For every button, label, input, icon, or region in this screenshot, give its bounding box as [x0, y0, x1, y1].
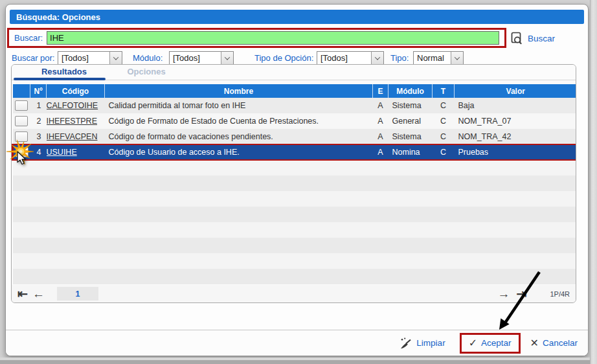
table-header-row: Nº Código Nombre E Módulo T Valor — [13, 84, 577, 98]
broom-icon — [400, 337, 412, 350]
aceptar-button[interactable]: ✓ Aceptar — [469, 338, 512, 348]
results-tbody: 1CALFOTOIHECalidad permitida al tomar fo… — [13, 98, 577, 284]
close-icon: ✕ — [530, 338, 539, 348]
row-checkbox[interactable] — [15, 131, 28, 142]
filter-modulo-select[interactable]: [Todos] — [169, 51, 234, 65]
row-checkbox[interactable] — [15, 116, 28, 126]
row-cell-nombre: Código de Usuario de acceso a IHE. — [105, 144, 373, 160]
filter-buscar-por-select[interactable]: [Todos] — [58, 51, 122, 65]
next-page-icon[interactable]: → — [498, 288, 510, 300]
row-cell-nombre: Código de formato de vacaciones pendient… — [105, 129, 373, 144]
chevron-down-icon — [109, 52, 122, 64]
row-code-link[interactable]: IHEFVACPEN — [47, 132, 98, 141]
cancelar-label: Cancelar — [543, 338, 578, 348]
row-code-link[interactable]: CALFOTOIHE — [47, 101, 98, 110]
col-header-check[interactable] — [13, 84, 30, 98]
tab-resultados[interactable]: Resultados — [22, 67, 106, 76]
row-checkbox[interactable] — [15, 100, 28, 111]
table-row[interactable]: 1CALFOTOIHECalidad permitida al tomar fo… — [13, 98, 577, 113]
empty-row — [13, 238, 577, 253]
search-button-label: Buscar — [528, 34, 555, 43]
row-cell-e: A — [373, 113, 389, 129]
screen: { "window": { "title": "Búsqueda: Opcion… — [0, 0, 597, 364]
underlying-page-scrollbar[interactable] — [590, 0, 597, 364]
col-header-numero[interactable]: Nº — [30, 84, 47, 98]
row-checkbox[interactable] — [16, 147, 28, 157]
empty-row — [13, 222, 577, 238]
search-input[interactable] — [47, 31, 499, 45]
results-panel: Resultados Opciones Nº Código Nombre E M… — [11, 64, 576, 303]
pagination-summary: 1P/4R — [550, 290, 570, 298]
row-cell-valor: NOM_TRA_42 — [455, 129, 577, 144]
row-cell-modulo: Nomina — [389, 144, 433, 160]
table-row[interactable]: 3IHEFVACPENCódigo de formato de vacacion… — [13, 129, 577, 144]
chevron-down-icon — [451, 52, 463, 64]
check-icon: ✓ — [469, 338, 477, 348]
empty-row — [13, 191, 577, 207]
dialog-title: Búsqueda: Opciones — [16, 12, 100, 22]
col-header-modulo[interactable]: Módulo — [389, 84, 433, 98]
aceptar-label: Aceptar — [481, 338, 512, 348]
results-table: Nº Código Nombre E Módulo T Valor 1CALFO… — [12, 84, 576, 284]
filter-tipo-value: Normal — [414, 53, 451, 63]
filter-modulo-value: [Todos] — [170, 53, 221, 63]
col-header-e[interactable]: E — [373, 84, 389, 98]
empty-row — [13, 160, 577, 176]
filter-tipo-opcion-select[interactable]: [Todos] — [317, 51, 384, 65]
dialog-footer: Limpiar ✓ Aceptar ✕ Cancelar — [6, 330, 588, 356]
table-row[interactable]: 4USUIHECódigo de Usuario de acceso a IHE… — [13, 144, 577, 160]
tab-strip: Resultados Opciones — [12, 65, 576, 80]
dialog-titlebar: Búsqueda: Opciones — [10, 10, 584, 24]
row-code-link[interactable]: IHEFESTPRE — [47, 117, 98, 126]
tab-opciones[interactable]: Opciones — [119, 67, 174, 76]
underlying-page-bottom — [0, 358, 597, 364]
page-number-button[interactable]: 1 — [57, 287, 98, 301]
filter-tipo-opcion-value: [Todos] — [317, 53, 371, 63]
row-cell-n: 3 — [30, 129, 47, 144]
annotation-box-aceptar: ✓ Aceptar — [460, 333, 521, 354]
last-page-icon[interactable]: ⇥ — [517, 288, 527, 300]
cancelar-button[interactable]: ✕ Cancelar — [530, 338, 578, 348]
filter-modulo-label: Módulo: — [133, 51, 163, 65]
row-cell-t: C — [433, 113, 455, 129]
row-cell-e: A — [373, 144, 389, 160]
pagination-bar: ⇤ ← 1 → ⇥ 1P/4R — [12, 285, 576, 302]
empty-row — [13, 207, 577, 222]
filter-buscar-por-label: Buscar por: — [12, 51, 54, 65]
first-page-icon[interactable]: ⇤ — [17, 288, 28, 300]
row-cell-t: C — [433, 144, 455, 160]
empty-row — [13, 253, 577, 269]
col-header-valor[interactable]: Valor — [455, 84, 577, 98]
row-cell-n: 1 — [30, 98, 47, 113]
chevron-down-icon — [221, 52, 233, 64]
row-cell-t: C — [433, 129, 455, 144]
col-header-t[interactable]: T — [433, 84, 455, 98]
search-dialog: Búsqueda: Opciones Buscar: Buscar Buscar… — [5, 4, 589, 356]
row-cell-modulo: General — [389, 113, 433, 129]
col-header-codigo[interactable]: Código — [47, 84, 105, 98]
row-cell-modulo: Sistema — [389, 129, 433, 144]
row-cell-t: C — [433, 98, 455, 113]
row-cell-modulo: Sistema — [389, 98, 433, 113]
row-cell-e: A — [373, 129, 389, 144]
filter-bar: Buscar por: [Todos] Módulo: [Todos] Tipo… — [6, 51, 588, 65]
search-button[interactable]: Buscar — [510, 30, 555, 46]
row-cell-e: A — [373, 98, 389, 113]
annotation-box-search: Buscar: — [7, 28, 506, 48]
filter-buscar-por-value: [Todos] — [58, 53, 109, 63]
search-icon — [510, 32, 524, 45]
filter-tipo-select[interactable]: Normal — [413, 51, 464, 65]
row-code-link[interactable]: USUIHE — [47, 148, 77, 157]
prev-page-icon[interactable]: ← — [32, 288, 45, 300]
chevron-down-icon — [371, 52, 383, 64]
filter-tipo-label: Tipo: — [390, 51, 409, 65]
search-label: Buscar: — [14, 33, 43, 43]
row-cell-n: 2 — [30, 113, 47, 129]
col-header-nombre[interactable]: Nombre — [105, 84, 373, 98]
limpiar-button[interactable]: Limpiar — [400, 337, 445, 350]
limpiar-label: Limpiar — [416, 338, 445, 348]
table-row[interactable]: 2IHEFESTPRECódigo de Formato de Estado d… — [13, 113, 577, 129]
empty-row — [13, 269, 577, 284]
row-cell-valor: Baja — [455, 98, 577, 113]
empty-row — [13, 176, 577, 191]
